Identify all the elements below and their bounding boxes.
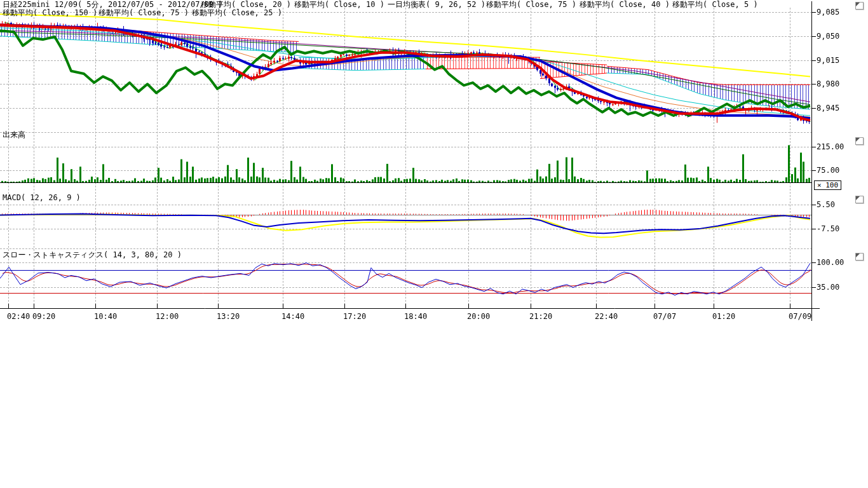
time-axis-label: 13:20 (217, 313, 240, 320)
price-axis-label: 9,015 (817, 57, 839, 64)
time-axis-label: 22:40 (595, 313, 618, 320)
time-axis-label: 17:20 (343, 313, 366, 320)
macd-panel-label: MACD( 12, 26, 9 ) (3, 194, 81, 201)
time-axis-label: 10:40 (94, 313, 117, 320)
time-axis-label: 21:20 (529, 313, 552, 320)
volume-axis-label: 215.00 (817, 143, 844, 151)
time-axis-label: 01:20 (712, 313, 735, 320)
macd-axis-label: 5.50 (817, 201, 835, 208)
header-indicator-label: 日経225mini 12/09( 5分, 2012/07/05 - 2012/0… (3, 1, 223, 8)
price-axis-label: 8,945 (817, 104, 839, 112)
trading-chart-window: 出来高 MACD( 12, 26, 9 ) スロー・ストキャスティクス( 14,… (0, 0, 868, 488)
header-indicator-label: 移動平均( Close, 75 ) (98, 9, 189, 17)
time-axis-label: 18:40 (404, 313, 427, 320)
header-indicator-label: 移動平均( Close, 10 ) (294, 1, 384, 8)
price-chart-canvas[interactable] (0, 0, 868, 488)
volume-panel-label: 出来高 (3, 131, 25, 139)
time-axis-label: 12:00 (156, 313, 179, 320)
volume-axis-label: 75.00 (817, 166, 839, 174)
scroll-arrow-icon (856, 3, 860, 6)
stochastics-axis-label: 100.00 (817, 259, 844, 266)
header-indicator-label: 移動平均( Close, 40 ) (580, 1, 670, 8)
volume-multiplier-badge: × 100 (814, 180, 841, 190)
time-axis-label: 02:40 (7, 313, 30, 320)
header-indicator-label: 一目均衡表( 9, 26, 52 ) (388, 1, 485, 8)
panel-scroll-icon[interactable] (855, 2, 864, 10)
time-axis-label: 09:20 (32, 313, 55, 320)
scroll-arrow-icon (856, 138, 860, 142)
panel-scroll-icon[interactable] (855, 253, 864, 261)
header-indicator-label: 移動平均( Close, 150 ) (3, 9, 97, 17)
price-axis-label: 9,050 (817, 32, 839, 40)
stochastics-panel-label: スロー・ストキャスティクス( 14, 3, 80, 20 ) (3, 251, 182, 259)
panel-scroll-icon[interactable] (855, 196, 864, 203)
time-axis-label: 07/09 (789, 313, 811, 320)
panel-scroll-icon[interactable] (855, 137, 864, 145)
time-axis-label: 20:00 (467, 313, 490, 320)
header-indicator-label: 移動平均( Close, 75 ) (486, 1, 576, 8)
macd-axis-label: -7.50 (817, 225, 839, 233)
header-indicator-label: 移動平均( Close, 5 ) (672, 1, 758, 8)
scroll-arrow-icon (856, 254, 860, 257)
header-indicator-label: 移動平均( Close, 20 ) (201, 1, 291, 8)
time-axis-label: 07/07 (653, 313, 676, 320)
price-axis-label: 8,980 (817, 80, 839, 88)
header-indicator-label: 移動平均( Close, 25 ) (192, 9, 282, 17)
scroll-arrow-icon (856, 196, 860, 200)
stochastics-axis-label: 35.00 (817, 283, 839, 291)
price-axis-label: 9,085 (817, 8, 839, 16)
time-axis-label: 14:40 (281, 313, 304, 320)
